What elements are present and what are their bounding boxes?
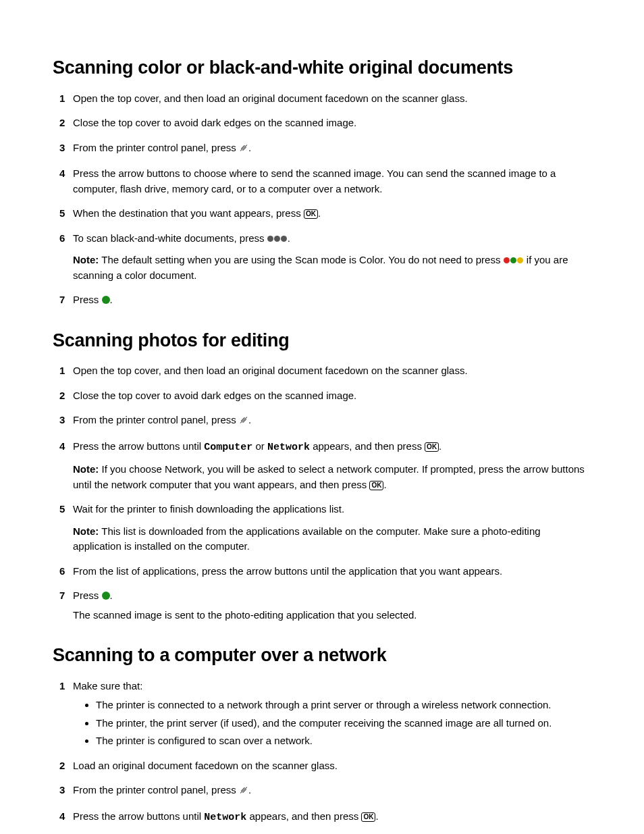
heading-scan-photos: Scanning photos for editing xyxy=(53,327,591,355)
scan-icon xyxy=(239,143,248,155)
step-text: Press the arrow buttons until xyxy=(73,810,204,822)
note: Note: If you choose Network, you will be… xyxy=(73,462,591,492)
steps-scan-color-bw: Open the top cover, and then load an ori… xyxy=(53,91,591,308)
note-text: . xyxy=(383,479,386,490)
step-text: Press xyxy=(73,294,102,305)
step-text: From the printer control panel, press xyxy=(73,142,239,153)
list-item: Close the top cover to avoid dark edges … xyxy=(53,115,591,131)
step-text: Press xyxy=(73,590,102,601)
bullet-list: The printer is connected to a network th… xyxy=(73,698,591,749)
list-item: Close the top cover to avoid dark edges … xyxy=(53,388,591,404)
color-button-icon xyxy=(504,254,524,265)
ok-button-icon: OK xyxy=(304,209,318,219)
list-item: Press the arrow buttons to choose where … xyxy=(53,166,591,197)
heading-scan-color-bw: Scanning color or black-and-white origin… xyxy=(53,54,591,82)
heading-scan-network: Scanning to a computer over a network xyxy=(53,642,591,669)
step-text: . xyxy=(439,440,441,452)
note-label: Note: xyxy=(73,525,99,537)
step-text: Close the top cover to avoid dark edges … xyxy=(73,117,356,128)
step-text: Open the top cover, and then load an ori… xyxy=(73,365,468,376)
step-text: . xyxy=(375,810,378,822)
list-item: Open the top cover, and then load an ori… xyxy=(53,91,591,107)
list-item: From the printer control panel, press . xyxy=(53,140,591,157)
note-label: Note: xyxy=(73,254,99,265)
step-text: Load an original document facedown on th… xyxy=(73,760,338,771)
list-item: From the list of applications, press the… xyxy=(53,564,591,579)
note: Note: This list is downloaded from the a… xyxy=(73,524,591,554)
step-text: . xyxy=(110,294,113,305)
step-text: Wait for the printer to finish downloadi… xyxy=(73,503,344,515)
step-text: . xyxy=(248,784,251,796)
list-item: From the printer control panel, press . xyxy=(53,783,591,800)
document-page: Scanning color or black-and-white origin… xyxy=(0,0,644,834)
step-text: . xyxy=(288,232,290,244)
step-text: or xyxy=(252,440,267,452)
mono-text: Network xyxy=(267,442,310,453)
list-item: Wait for the printer to finish downloadi… xyxy=(53,502,591,554)
step-text: Make sure that: xyxy=(73,680,142,692)
step-text: From the printer control panel, press xyxy=(73,414,239,425)
step-text: . xyxy=(110,590,113,601)
ok-button-icon: OK xyxy=(425,442,439,452)
mono-text: Computer xyxy=(204,442,252,453)
list-item: Press the arrow buttons until Computer o… xyxy=(53,439,591,493)
step-text: From the printer control panel, press xyxy=(73,784,239,796)
scan-icon xyxy=(239,415,248,427)
note-text: If you choose Network, you will be asked… xyxy=(73,463,585,490)
step-text: Close the top cover to avoid dark edges … xyxy=(73,390,356,401)
step-text: . xyxy=(248,142,251,153)
list-item: Make sure that: The printer is connected… xyxy=(53,679,591,749)
step-text: . xyxy=(248,414,251,425)
bullet-item: The printer is configured to scan over a… xyxy=(96,733,591,749)
note-text: The default setting when you are using t… xyxy=(99,254,503,265)
step-text: When the destination that you want appea… xyxy=(73,207,304,219)
ok-button-icon: OK xyxy=(361,812,375,822)
list-item: Press the arrow buttons until Network ap… xyxy=(53,809,591,826)
list-item: Load an original document facedown on th… xyxy=(53,758,591,774)
step-text: appears, and then press xyxy=(246,810,361,822)
step-text: appears, and then press xyxy=(310,440,425,452)
list-item: Press . The scanned image is sent to the… xyxy=(53,588,591,623)
steps-scan-photos: Open the top cover, and then load an ori… xyxy=(53,363,591,623)
step-text: Press the arrow buttons until xyxy=(73,440,204,452)
start-button-icon xyxy=(102,296,110,304)
step-text: To scan black-and-white documents, press xyxy=(73,232,267,244)
start-button-icon xyxy=(102,592,110,600)
step-text: . xyxy=(318,207,321,219)
list-item: When the destination that you want appea… xyxy=(53,206,591,221)
bullet-item: The printer is connected to a network th… xyxy=(96,698,591,713)
steps-scan-network: Make sure that: The printer is connected… xyxy=(53,679,591,835)
list-item: Open the top cover, and then load an ori… xyxy=(53,363,591,379)
note-text: This list is downloaded from the applica… xyxy=(73,525,541,552)
note: Note: The default setting when you are u… xyxy=(73,253,591,283)
note-label: Note: xyxy=(73,463,99,475)
step-text: From the list of applications, press the… xyxy=(73,565,502,577)
list-item: To scan black-and-white documents, press… xyxy=(53,231,591,284)
step-text: Open the top cover, and then load an ori… xyxy=(73,93,468,104)
list-item: Press . xyxy=(53,292,591,308)
scan-icon xyxy=(239,785,248,797)
step-text: Press the arrow buttons to choose where … xyxy=(73,167,556,194)
ok-button-icon: OK xyxy=(369,481,383,490)
mono-text: Network xyxy=(204,812,246,823)
step-followup-text: The scanned image is sent to the photo-e… xyxy=(73,608,591,623)
bullet-item: The printer, the print server (if used),… xyxy=(96,716,591,731)
list-item: From the printer control panel, press . xyxy=(53,413,591,429)
black-white-button-icon xyxy=(267,232,288,244)
